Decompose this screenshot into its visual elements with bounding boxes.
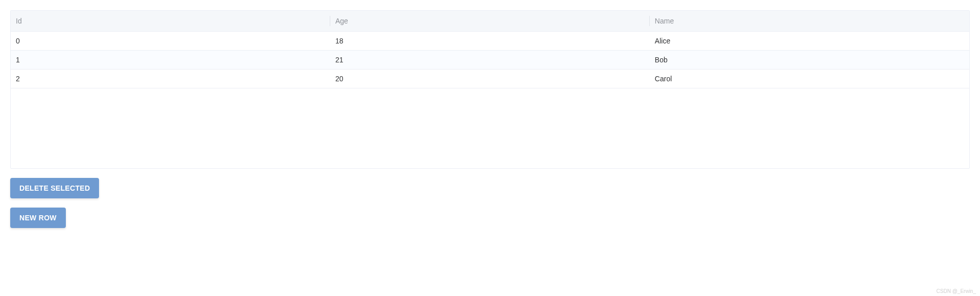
cell-id: 2: [11, 70, 330, 88]
cell-id: 0: [11, 32, 330, 50]
table-body: 0 18 Alice 1 21 Bob 2 20 Carol: [11, 32, 969, 168]
data-table: Id Age Name 0 18 Alice 1 21 Bob 2 20 Car…: [10, 10, 970, 169]
cell-age: 20: [330, 70, 650, 88]
delete-selected-button[interactable]: DELETE SELECTED: [10, 178, 99, 198]
table-row[interactable]: 0 18 Alice: [11, 32, 969, 51]
column-header-name[interactable]: Name: [650, 11, 969, 31]
button-area: DELETE SELECTED NEW ROW: [10, 178, 970, 228]
cell-name: Bob: [650, 51, 969, 69]
column-header-id[interactable]: Id: [11, 11, 330, 31]
cell-age: 21: [330, 51, 650, 69]
table-row[interactable]: 1 21 Bob: [11, 51, 969, 70]
table-row[interactable]: 2 20 Carol: [11, 70, 969, 88]
new-row-button[interactable]: NEW ROW: [10, 208, 66, 228]
table-header-row: Id Age Name: [11, 11, 969, 32]
cell-age: 18: [330, 32, 650, 50]
cell-name: Alice: [650, 32, 969, 50]
cell-id: 1: [11, 51, 330, 69]
cell-name: Carol: [650, 70, 969, 88]
column-header-age[interactable]: Age: [330, 11, 650, 31]
